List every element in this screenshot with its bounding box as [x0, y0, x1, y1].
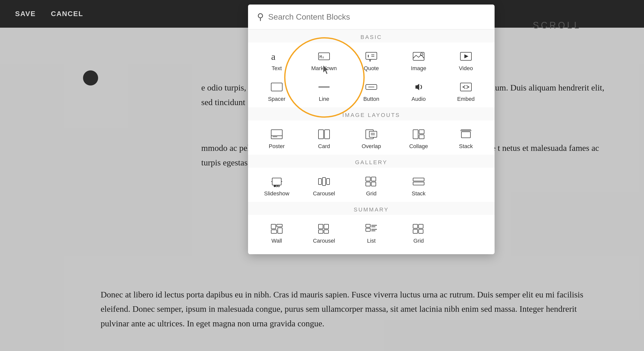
block-video[interactable]: Video [442, 45, 490, 76]
stack-gallery-label: Stack [412, 190, 425, 197]
svg-rect-56 [366, 224, 370, 227]
svg-rect-30 [461, 132, 470, 138]
block-wall[interactable]: Wall [253, 217, 300, 248]
card-icon [316, 128, 332, 141]
svg-rect-40 [323, 178, 326, 186]
block-grid-gallery[interactable]: Grid [348, 170, 395, 201]
svg-rect-65 [419, 229, 423, 233]
section-header-image-layouts: IMAGE LAYOUTS [248, 107, 495, 120]
svg-point-36 [274, 185, 275, 187]
block-list[interactable]: List [348, 217, 395, 248]
block-line[interactable]: Line [300, 76, 348, 106]
gallery-grid: Slideshow Carousel [248, 168, 495, 202]
svg-rect-27 [413, 130, 418, 139]
quote-icon [364, 50, 379, 63]
block-audio[interactable]: Audio [395, 76, 442, 106]
image-layouts-grid: Poster Card Overlap [248, 120, 495, 155]
svg-rect-51 [278, 228, 282, 233]
list-icon [364, 223, 379, 235]
block-image[interactable]: Image [395, 45, 442, 76]
svg-rect-22 [325, 130, 330, 139]
search-input[interactable] [268, 12, 486, 22]
svg-rect-55 [324, 230, 329, 233]
wall-icon [269, 223, 284, 235]
block-card[interactable]: Card [300, 123, 348, 154]
svg-rect-12 [271, 83, 282, 91]
search-icon: ⚲ [257, 12, 264, 22]
block-carousel-gallery[interactable]: Carousel [300, 170, 348, 201]
block-markdown[interactable]: M↓ Markdown [300, 45, 348, 76]
button-label: Button [363, 96, 379, 102]
svg-rect-17 [460, 83, 471, 91]
video-label: Video [459, 65, 473, 72]
svg-marker-4 [369, 59, 371, 61]
block-grid-summary[interactable]: Grid [395, 217, 442, 248]
svg-rect-52 [318, 224, 323, 229]
block-overlap[interactable]: Overlap [348, 123, 395, 154]
svg-rect-42 [366, 177, 370, 181]
carousel-gallery-label: Carousel [313, 190, 335, 197]
collage-icon [411, 128, 426, 141]
overlap-icon [364, 128, 379, 141]
embed-label: Embed [457, 96, 475, 102]
svg-rect-46 [413, 178, 424, 181]
content-blocks-dialog: ⚲ BASIC a Text M↓ Markdown [248, 5, 495, 254]
carousel-summary-icon [316, 223, 332, 235]
svg-rect-49 [277, 224, 282, 227]
block-carousel-summary[interactable]: Carousel [300, 217, 348, 248]
svg-text:a: a [271, 51, 275, 62]
audio-label: Audio [412, 96, 426, 102]
search-bar: ⚲ [248, 5, 495, 29]
spacer-label: Spacer [268, 96, 286, 102]
svg-rect-43 [371, 177, 376, 181]
image-icon [411, 50, 426, 63]
stack-img-label: Stack [459, 143, 473, 150]
svg-rect-18 [271, 130, 282, 139]
svg-rect-45 [371, 182, 376, 186]
block-quote[interactable]: Quote [348, 45, 395, 76]
list-label: List [367, 238, 376, 244]
svg-rect-59 [366, 228, 370, 231]
block-stack-gallery[interactable]: Stack [395, 170, 442, 201]
block-embed[interactable]: Embed [442, 76, 490, 106]
grid-summary-label: Grid [413, 238, 424, 244]
button-icon [364, 81, 379, 93]
wall-label: Wall [271, 238, 282, 244]
block-button[interactable]: Button [348, 76, 395, 106]
svg-text:M↓: M↓ [319, 55, 324, 59]
svg-rect-41 [327, 179, 330, 185]
block-slideshow[interactable]: Slideshow [253, 170, 300, 201]
collage-label: Collage [409, 143, 428, 150]
carousel-summary-label: Carousel [313, 238, 335, 244]
svg-rect-29 [419, 135, 424, 139]
spacer-icon [269, 81, 284, 93]
slideshow-label: Slideshow [264, 190, 289, 197]
card-label: Card [318, 143, 330, 150]
svg-rect-39 [318, 179, 321, 185]
embed-icon [458, 81, 473, 93]
markdown-label: Markdown [311, 65, 337, 72]
block-spacer[interactable]: Spacer [253, 76, 300, 106]
quote-label: Quote [364, 65, 379, 72]
text-icon: a [269, 50, 284, 63]
svg-marker-16 [416, 84, 419, 90]
svg-point-38 [278, 185, 279, 187]
overlap-label: Overlap [361, 143, 381, 150]
svg-rect-62 [413, 224, 418, 228]
svg-rect-53 [324, 224, 329, 229]
video-icon [458, 50, 473, 63]
svg-rect-3 [366, 52, 377, 59]
svg-rect-44 [366, 182, 370, 186]
section-header-gallery: GALLERY [248, 155, 495, 168]
block-text[interactable]: a Text [253, 45, 300, 76]
stack-img-icon [458, 128, 473, 141]
poster-label: Poster [269, 143, 285, 150]
block-poster[interactable]: Poster [253, 123, 300, 154]
block-collage[interactable]: Collage [395, 123, 442, 154]
block-stack-img[interactable]: Stack [442, 123, 490, 154]
poster-icon [269, 128, 284, 141]
carousel-gallery-icon [316, 175, 332, 188]
svg-rect-54 [318, 230, 323, 233]
section-header-summary: SUMMARY [248, 202, 495, 215]
line-icon [316, 81, 332, 93]
